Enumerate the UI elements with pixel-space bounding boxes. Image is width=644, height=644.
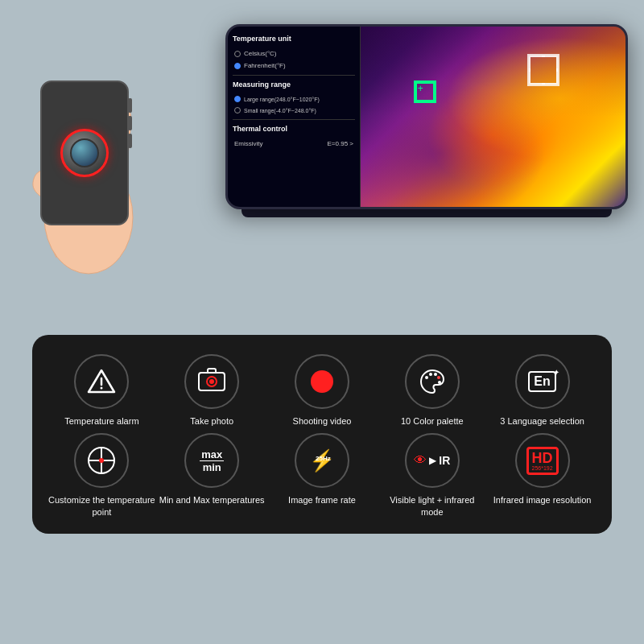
language-icon-circle: En ✦: [515, 354, 570, 409]
hd-icon: HD 256*192: [526, 447, 559, 475]
large-range-radio: [234, 96, 241, 102]
celsius-option: Celsius(°C): [233, 47, 355, 60]
features-section: Temperature alarm Take photo Shooting vi…: [32, 335, 612, 534]
color-palette-label: 10 Color palette: [401, 415, 464, 427]
side-button-2: [128, 116, 132, 130]
top-section: Temperature unit Celsius(°C) Fahrenheit(…: [0, 0, 644, 322]
center-cross: [421, 88, 429, 96]
color-palette-icon-circle: [405, 354, 460, 409]
feature-frame-rate: 25Hz ⚡ Image frame rate: [269, 433, 376, 518]
large-range-option: Large range(248.0°F~1020°F): [233, 93, 355, 105]
palette-icon: [418, 367, 447, 396]
small-range-radio: [234, 107, 241, 114]
side-button-3: [128, 134, 132, 148]
frame-rate-label: Image frame rate: [288, 494, 356, 506]
visible-ir-icon: 👁 ▶ IR: [414, 453, 450, 468]
take-photo-icon-circle: [184, 354, 239, 409]
feature-color-palette: 10 Color palette: [378, 354, 485, 427]
divider-2: [233, 119, 355, 120]
customize-temp-icon-circle: [74, 433, 129, 488]
shooting-video-icon-circle: [295, 354, 349, 409]
thermal-device: [40, 80, 129, 225]
divider-1: [233, 75, 355, 76]
arrow-icon: ▶: [429, 455, 436, 466]
min-max-icon-circle: max min: [184, 433, 239, 488]
device-hand-area: [8, 32, 169, 290]
svg-point-6: [434, 373, 437, 376]
shooting-video-label: Shooting video: [293, 415, 352, 427]
features-grid: Temperature alarm Take photo Shooting vi…: [48, 354, 596, 518]
hd-text: HD: [532, 451, 553, 465]
celsius-radio: [234, 51, 241, 57]
svg-point-5: [429, 373, 432, 376]
emissivity-label: Emissivity: [234, 140, 263, 147]
min-text: min: [203, 462, 221, 473]
en-text: En: [534, 374, 550, 388]
camera-icon: [198, 372, 225, 391]
fahrenheit-option: Fahrenheit(°F): [233, 60, 355, 72]
camera-bump: [207, 368, 217, 374]
camera-lens-inner: [209, 379, 214, 384]
feature-min-max: max min Min and Max temperatures: [159, 433, 266, 518]
fps-label: 25Hz: [316, 455, 331, 462]
visible-ir-icon-circle: 👁 ▶ IR: [405, 433, 460, 488]
emissivity-value: E=0.95 >: [328, 140, 353, 147]
thermal-overlay: [361, 27, 625, 207]
temp-unit-title: Temperature unit: [233, 33, 355, 44]
svg-point-7: [437, 376, 440, 379]
max-text: max: [201, 449, 222, 460]
side-buttons: [128, 98, 132, 148]
crosshair-icon: [88, 447, 115, 474]
alarm-icon: [86, 366, 117, 397]
device-lens: [60, 129, 109, 177]
phone-body: Temperature unit Celsius(°C) Fahrenheit(…: [225, 24, 628, 209]
fahrenheit-radio: [234, 63, 241, 69]
ir-text: IR: [439, 454, 450, 467]
emissivity-row: Emissivity E=0.95 >: [233, 138, 355, 150]
crosshair-center: [99, 458, 104, 463]
eye-icon: 👁: [414, 453, 427, 468]
feature-language-selection: En ✦ 3 Language selection: [489, 354, 596, 427]
thermal-image-panel: [361, 27, 625, 207]
visible-ir-label: Visible light + infrared mode: [378, 494, 485, 518]
bracket-br-w: [542, 68, 558, 85]
feature-visible-ir: 👁 ▶ IR Visible light + infrared mode: [378, 433, 485, 518]
feature-ir-resolution: HD 256*192 Infrared image resolution: [489, 433, 596, 518]
svg-point-4: [425, 376, 428, 379]
fahrenheit-label: Fahrenheit(°F): [244, 62, 286, 69]
language-icon: En ✦: [528, 371, 555, 392]
side-button-1: [128, 98, 132, 113]
svg-point-8: [438, 381, 441, 384]
measuring-range-title: Measuring range: [233, 79, 355, 90]
en-star: ✦: [553, 368, 559, 377]
hd-resolution: 256*192: [532, 465, 553, 471]
take-photo-label: Take photo: [190, 415, 233, 427]
small-range-option: Small range(-4.0°F~248.0°F): [233, 105, 355, 116]
device-lens-inner: [70, 138, 99, 167]
large-range-label: Large range(248.0°F~1020°F): [244, 97, 320, 102]
maxmin-icon: max min: [200, 449, 224, 473]
feature-temperature-alarm: Temperature alarm: [48, 354, 155, 427]
min-max-label: Min and Max temperatures: [159, 494, 265, 506]
language-selection-label: 3 Language selection: [500, 415, 584, 427]
feature-customize-temp: Customize the temperature point: [48, 433, 155, 518]
temperature-alarm-icon-circle: [74, 354, 129, 409]
temperature-alarm-label: Temperature alarm: [64, 415, 138, 427]
small-range-label: Small range(-4.0°F~248.0°F): [244, 108, 316, 114]
phone-container: Temperature unit Celsius(°C) Fahrenheit(…: [225, 24, 628, 282]
feature-shooting-video: Shooting video: [269, 354, 376, 427]
celsius-label: Celsius(°C): [244, 50, 277, 57]
reticle-white: [527, 54, 559, 86]
phone-stand: [242, 209, 612, 217]
camera-lens: [206, 376, 217, 387]
frame-rate-icon-circle: 25Hz ⚡: [295, 433, 349, 488]
customize-temp-label: Customize the temperature point: [48, 494, 155, 518]
reticle-green: [414, 80, 436, 103]
ir-resolution-label: Infrared image resolution: [493, 494, 592, 506]
feature-take-photo: Take photo: [159, 354, 266, 427]
svg-point-3: [101, 387, 103, 390]
record-icon: [311, 370, 333, 393]
ir-resolution-icon-circle: HD 256*192: [515, 433, 570, 488]
framerate-icon: 25Hz ⚡: [309, 450, 335, 471]
settings-panel: Temperature unit Celsius(°C) Fahrenheit(…: [228, 27, 361, 207]
